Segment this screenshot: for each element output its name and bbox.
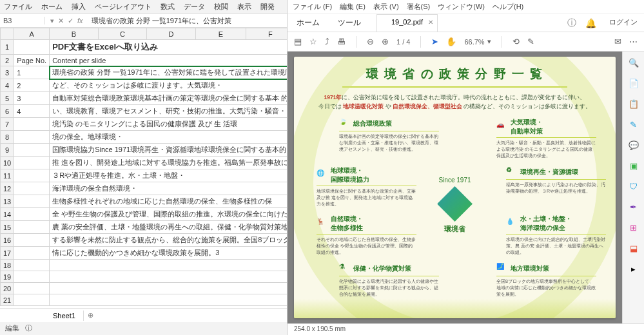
sign-icon[interactable]: ✎ bbox=[527, 37, 534, 46]
fill-sign-icon[interactable]: ✒ bbox=[628, 201, 639, 213]
cell-A21[interactable] bbox=[14, 294, 50, 306]
row-6[interactable]: 6 bbox=[1, 105, 14, 118]
cell-A6[interactable]: 4 bbox=[14, 105, 50, 118]
cell-A4[interactable]: 2 bbox=[14, 79, 50, 92]
col-C[interactable]: C bbox=[98, 28, 147, 40]
menu-dev[interactable]: 開発 bbox=[260, 2, 275, 12]
edit-icon[interactable]: ✎ bbox=[628, 119, 639, 130]
cell-A5[interactable]: 3 bbox=[14, 92, 50, 105]
row-10[interactable]: 10 bbox=[1, 157, 14, 169]
cell-A14[interactable] bbox=[14, 208, 50, 221]
zoom-in-icon[interactable]: ⊕ bbox=[382, 37, 389, 46]
combine-icon[interactable]: ▣ bbox=[628, 160, 639, 171]
pdf-canvas[interactable]: 環 境 省 の 政 策 分 野 一 覧 1971年に、公害対策に端を発して設置さ… bbox=[288, 52, 622, 323]
pmenu-window[interactable]: ウィンドウ(W) bbox=[438, 2, 485, 12]
create-icon[interactable]: 📋 bbox=[628, 98, 639, 110]
cell-A13[interactable] bbox=[14, 195, 50, 208]
more-icon[interactable]: ⋯ bbox=[629, 37, 638, 46]
col-A[interactable]: A bbox=[14, 28, 50, 40]
col-E[interactable]: E bbox=[195, 28, 246, 40]
cell-B4[interactable]: など、そのミッションは多岐に渡ります。大気環境・ bbox=[50, 79, 287, 92]
cell-A11[interactable] bbox=[14, 169, 50, 182]
cell-A1[interactable] bbox=[14, 40, 50, 55]
cell-B10[interactable]: 推 進を図り、開発途上地域に対する環境協力を推進。福島第一原発事故に bbox=[50, 157, 287, 169]
row-13[interactable]: 13 bbox=[1, 195, 14, 208]
cell-A2[interactable]: Page No. bbox=[14, 55, 50, 66]
cell-B7[interactable]: 境汚染 のモニタリングによる国民の健康保護 及び 生 活環 bbox=[50, 118, 287, 131]
sidebar-icon[interactable]: ▤ bbox=[294, 37, 302, 46]
cell-B11[interactable]: ３Rや適正処理を推進。水・土壌・地盤・ bbox=[50, 169, 287, 182]
rotate-icon[interactable]: ⟲ bbox=[512, 37, 520, 46]
row-3[interactable]: 3 bbox=[1, 66, 14, 79]
cell-B16[interactable]: する影響を未然に防止する観点から、総合的な施策を展開。全国8ブロック bbox=[50, 234, 287, 247]
menu-file[interactable]: ファイル bbox=[4, 2, 32, 12]
formula-input[interactable]: 環境省の政策 分野 一覧1971年に、公害対策 bbox=[88, 16, 287, 26]
login-button[interactable]: ログイン bbox=[603, 14, 644, 32]
menu-review[interactable]: 校閲 bbox=[214, 2, 228, 12]
fx-icon[interactable]: fx bbox=[77, 17, 83, 25]
cell-B2[interactable]: Content per slide bbox=[50, 55, 287, 66]
menu-home[interactable]: ホーム bbox=[41, 2, 63, 12]
cell-B18[interactable] bbox=[50, 260, 287, 271]
cell-B14[interactable]: 全 や野生生物の保護及び管理、国際的取組の推進。水環境の保全に向けた bbox=[50, 208, 287, 221]
info-icon[interactable]: ⓘ bbox=[567, 17, 576, 29]
cell-B12[interactable]: 海洋環境の保全自然環境・ bbox=[50, 182, 287, 195]
corner[interactable] bbox=[1, 28, 14, 40]
cell-B20[interactable] bbox=[50, 283, 287, 294]
cursor-icon[interactable]: ➤ bbox=[431, 37, 438, 46]
grid[interactable]: A B C D E F G H 1PDF文書をExcelへ取り込みファイル名2P… bbox=[0, 28, 287, 308]
row-8[interactable]: 8 bbox=[1, 131, 14, 144]
row-16[interactable]: 16 bbox=[1, 234, 14, 247]
mail-icon[interactable]: ✉ bbox=[614, 37, 621, 46]
comment-icon[interactable]: 💬 bbox=[628, 139, 639, 151]
pmenu-edit[interactable]: 編集 (E) bbox=[340, 2, 366, 12]
pmenu-sign[interactable]: 署名(S) bbox=[407, 2, 431, 12]
cell-B19[interactable] bbox=[50, 271, 287, 283]
row-14[interactable]: 14 bbox=[1, 208, 14, 221]
search-icon[interactable]: 🔍 bbox=[628, 57, 639, 68]
col-D[interactable]: D bbox=[147, 28, 196, 40]
hand-icon[interactable]: ✋ bbox=[446, 37, 456, 46]
cell-B3[interactable]: 環境省の政策 分野 一覧1971年に、公害対策に端を発して設置された環境庁 bbox=[50, 66, 287, 79]
cell-A10[interactable] bbox=[14, 157, 50, 169]
row-18[interactable]: 18 bbox=[1, 260, 14, 271]
cell-A3[interactable]: 1 bbox=[14, 66, 50, 79]
row-7[interactable]: 7 bbox=[1, 118, 14, 131]
row-9[interactable]: 9 bbox=[1, 144, 14, 157]
menu-view[interactable]: 表示 bbox=[237, 2, 251, 12]
compress-icon[interactable]: ⬓ bbox=[628, 242, 639, 254]
pmenu-view[interactable]: 表示 (V) bbox=[373, 2, 399, 12]
row-1[interactable]: 1 bbox=[1, 40, 14, 55]
cell-B13[interactable]: 生物多様性それぞれの地域に応じた自然環境の保全、生物多様性の保 bbox=[50, 195, 287, 208]
tab-tools[interactable]: ツール bbox=[329, 14, 370, 32]
add-sheet-icon[interactable]: ⊕ bbox=[84, 311, 98, 320]
pmenu-help[interactable]: ヘルプ(H) bbox=[493, 2, 523, 12]
file-tab[interactable]: 19_02.pdf ✕ bbox=[376, 14, 438, 32]
cell-A19[interactable] bbox=[14, 271, 50, 283]
close-icon[interactable]: ✕ bbox=[428, 19, 433, 26]
row-20[interactable]: 20 bbox=[1, 283, 14, 294]
row-12[interactable]: 12 bbox=[1, 182, 14, 195]
menu-formula[interactable]: 数式 bbox=[161, 2, 175, 12]
row-5[interactable]: 5 bbox=[1, 92, 14, 105]
cell-A12[interactable] bbox=[14, 182, 50, 195]
cell-A16[interactable] bbox=[14, 234, 50, 247]
fdown-icon[interactable]: ▾ bbox=[50, 17, 54, 25]
cell-B21[interactable] bbox=[50, 294, 287, 306]
cell-B8[interactable]: 境の保全。地球環境・ bbox=[50, 131, 287, 144]
cell-A9[interactable] bbox=[14, 144, 50, 157]
bell-icon[interactable]: 🔔 bbox=[585, 18, 596, 28]
name-box[interactable]: B3 bbox=[0, 17, 45, 24]
cell-A15[interactable] bbox=[14, 221, 50, 234]
page-indicator[interactable]: 1 / 4 bbox=[396, 38, 410, 46]
cell-A18[interactable] bbox=[14, 260, 50, 271]
row-4[interactable]: 4 bbox=[1, 79, 14, 92]
cell-A17[interactable] bbox=[14, 247, 50, 260]
menu-insert[interactable]: 挿入 bbox=[72, 2, 86, 12]
row-2[interactable]: 2 bbox=[1, 55, 14, 66]
cell-A7[interactable] bbox=[14, 118, 50, 131]
cell-A8[interactable] bbox=[14, 131, 50, 144]
row-21[interactable]: 21 bbox=[1, 294, 14, 306]
cell-B1[interactable]: PDF文書をExcelへ取り込み bbox=[50, 40, 287, 55]
protect-icon[interactable]: 🛡 bbox=[628, 180, 639, 192]
